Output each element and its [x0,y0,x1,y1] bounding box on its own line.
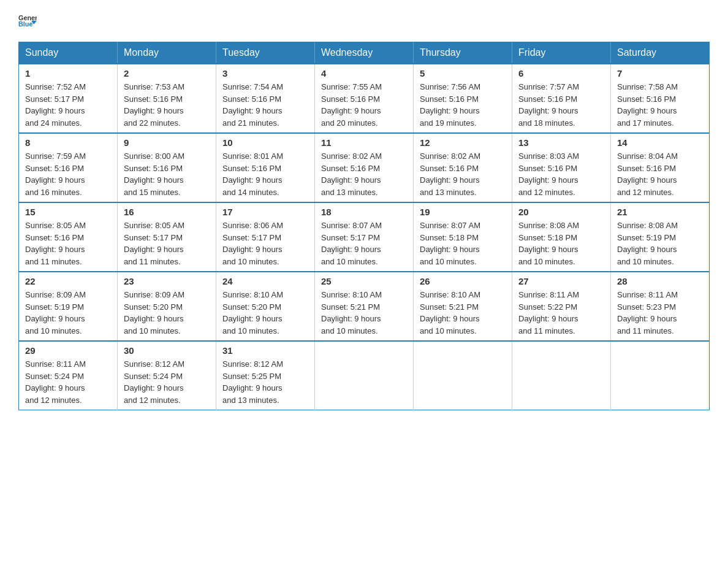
calendar-cell: 19 Sunrise: 8:07 AMSunset: 5:18 PMDaylig… [414,202,512,272]
day-info: Sunrise: 7:55 AMSunset: 5:16 PMDaylight:… [321,82,382,128]
day-number: 23 [124,276,210,286]
calendar-cell: 10 Sunrise: 8:01 AMSunset: 5:16 PMDaylig… [216,133,315,202]
day-number: 20 [518,207,604,217]
day-info: Sunrise: 8:05 AMSunset: 5:16 PMDaylight:… [25,221,86,266]
day-info: Sunrise: 8:02 AMSunset: 5:16 PMDaylight:… [321,151,382,197]
calendar-cell: 18 Sunrise: 8:07 AMSunset: 5:17 PMDaylig… [315,202,414,272]
day-number: 30 [124,345,210,356]
header-thursday: Thursday [414,42,512,64]
svg-text:General: General [18,14,37,21]
calendar-cell: 11 Sunrise: 8:02 AMSunset: 5:16 PMDaylig… [315,133,414,202]
day-number: 6 [518,68,604,79]
day-number: 2 [124,68,210,79]
day-info: Sunrise: 7:57 AMSunset: 5:16 PMDaylight:… [518,82,579,128]
day-info: Sunrise: 8:06 AMSunset: 5:17 PMDaylight:… [222,221,283,266]
day-info: Sunrise: 8:11 AMSunset: 5:24 PMDaylight:… [25,359,86,405]
calendar-cell: 5 Sunrise: 7:56 AMSunset: 5:16 PMDayligh… [414,64,512,133]
day-info: Sunrise: 7:52 AMSunset: 5:17 PMDaylight:… [25,82,86,128]
calendar-cell: 9 Sunrise: 8:00 AMSunset: 5:16 PMDayligh… [118,133,216,202]
calendar-header-row: SundayMondayTuesdayWednesdayThursdayFrid… [19,42,710,64]
day-info: Sunrise: 8:08 AMSunset: 5:19 PMDaylight:… [617,221,678,266]
day-info: Sunrise: 8:04 AMSunset: 5:16 PMDaylight:… [617,151,678,197]
calendar-cell: 14 Sunrise: 8:04 AMSunset: 5:16 PMDaylig… [611,133,710,202]
day-info: Sunrise: 8:02 AMSunset: 5:16 PMDaylight:… [420,151,480,197]
day-number: 1 [25,68,111,79]
day-info: Sunrise: 8:03 AMSunset: 5:16 PMDaylight:… [518,151,579,197]
calendar-cell: 13 Sunrise: 8:03 AMSunset: 5:16 PMDaylig… [512,133,611,202]
week-row-2: 8 Sunrise: 7:59 AMSunset: 5:16 PMDayligh… [19,133,710,202]
day-number: 11 [321,137,407,148]
day-number: 8 [25,137,111,148]
calendar-cell: 25 Sunrise: 8:10 AMSunset: 5:21 PMDaylig… [315,272,414,341]
header-wednesday: Wednesday [315,42,414,64]
calendar-cell: 20 Sunrise: 8:08 AMSunset: 5:18 PMDaylig… [512,202,611,272]
calendar-cell: 1 Sunrise: 7:52 AMSunset: 5:17 PMDayligh… [19,64,118,133]
day-number: 29 [25,345,111,356]
calendar-cell: 15 Sunrise: 8:05 AMSunset: 5:16 PMDaylig… [19,202,118,272]
calendar-cell: 8 Sunrise: 7:59 AMSunset: 5:16 PMDayligh… [19,133,118,202]
day-number: 13 [518,137,604,148]
day-info: Sunrise: 7:59 AMSunset: 5:16 PMDaylight:… [25,151,86,197]
calendar-cell: 12 Sunrise: 8:02 AMSunset: 5:16 PMDaylig… [414,133,512,202]
calendar-cell: 7 Sunrise: 7:58 AMSunset: 5:16 PMDayligh… [611,64,710,133]
day-info: Sunrise: 8:10 AMSunset: 5:21 PMDaylight:… [321,290,382,335]
calendar-cell: 31 Sunrise: 8:12 AMSunset: 5:25 PMDaylig… [216,341,315,410]
day-number: 28 [617,276,703,286]
day-info: Sunrise: 8:12 AMSunset: 5:24 PMDaylight:… [124,359,184,405]
day-info: Sunrise: 8:11 AMSunset: 5:22 PMDaylight:… [518,290,579,335]
calendar-cell: 3 Sunrise: 7:54 AMSunset: 5:16 PMDayligh… [216,64,315,133]
calendar-table: SundayMondayTuesdayWednesdayThursdayFrid… [18,42,710,410]
day-number: 17 [222,207,308,217]
day-number: 5 [420,68,506,79]
day-number: 24 [222,276,308,286]
day-number: 21 [617,207,703,217]
logo: General Blue [18,12,37,29]
day-info: Sunrise: 7:56 AMSunset: 5:16 PMDaylight:… [420,82,480,128]
day-number: 25 [321,276,407,286]
header-monday: Monday [118,42,216,64]
day-info: Sunrise: 8:01 AMSunset: 5:16 PMDaylight:… [222,151,283,197]
day-info: Sunrise: 8:00 AMSunset: 5:16 PMDaylight:… [124,151,184,197]
calendar-cell: 24 Sunrise: 8:10 AMSunset: 5:20 PMDaylig… [216,272,315,341]
day-number: 14 [617,137,703,148]
logo-icon: General Blue [18,12,37,29]
day-number: 10 [222,137,308,148]
calendar-cell: 21 Sunrise: 8:08 AMSunset: 5:19 PMDaylig… [611,202,710,272]
calendar-cell: 26 Sunrise: 8:10 AMSunset: 5:21 PMDaylig… [414,272,512,341]
page-header: General Blue [18,12,710,29]
day-number: 27 [518,276,604,286]
calendar-cell: 17 Sunrise: 8:06 AMSunset: 5:17 PMDaylig… [216,202,315,272]
day-number: 15 [25,207,111,217]
calendar-cell [315,341,414,410]
week-row-3: 15 Sunrise: 8:05 AMSunset: 5:16 PMDaylig… [19,202,710,272]
day-info: Sunrise: 8:12 AMSunset: 5:25 PMDaylight:… [222,359,283,405]
day-info: Sunrise: 8:10 AMSunset: 5:21 PMDaylight:… [420,290,480,335]
header-friday: Friday [512,42,611,64]
calendar-cell: 22 Sunrise: 8:09 AMSunset: 5:19 PMDaylig… [19,272,118,341]
day-number: 22 [25,276,111,286]
day-number: 7 [617,68,703,79]
calendar-cell: 28 Sunrise: 8:11 AMSunset: 5:23 PMDaylig… [611,272,710,341]
calendar-cell: 30 Sunrise: 8:12 AMSunset: 5:24 PMDaylig… [118,341,216,410]
day-number: 19 [420,207,506,217]
day-info: Sunrise: 8:09 AMSunset: 5:19 PMDaylight:… [25,290,86,335]
calendar-cell: 6 Sunrise: 7:57 AMSunset: 5:16 PMDayligh… [512,64,611,133]
day-info: Sunrise: 8:05 AMSunset: 5:17 PMDaylight:… [124,221,184,266]
day-number: 31 [222,345,308,356]
day-info: Sunrise: 7:58 AMSunset: 5:16 PMDaylight:… [617,82,678,128]
calendar-cell [611,341,710,410]
calendar-cell [512,341,611,410]
day-info: Sunrise: 8:08 AMSunset: 5:18 PMDaylight:… [518,221,579,266]
calendar-cell: 4 Sunrise: 7:55 AMSunset: 5:16 PMDayligh… [315,64,414,133]
week-row-5: 29 Sunrise: 8:11 AMSunset: 5:24 PMDaylig… [19,341,710,410]
day-info: Sunrise: 8:09 AMSunset: 5:20 PMDaylight:… [124,290,184,335]
calendar-cell [414,341,512,410]
day-number: 9 [124,137,210,148]
day-info: Sunrise: 8:11 AMSunset: 5:23 PMDaylight:… [617,290,678,335]
day-number: 26 [420,276,506,286]
day-number: 12 [420,137,506,148]
day-info: Sunrise: 7:53 AMSunset: 5:16 PMDaylight:… [124,82,184,128]
week-row-1: 1 Sunrise: 7:52 AMSunset: 5:17 PMDayligh… [19,64,710,133]
day-number: 18 [321,207,407,217]
calendar-cell: 23 Sunrise: 8:09 AMSunset: 5:20 PMDaylig… [118,272,216,341]
